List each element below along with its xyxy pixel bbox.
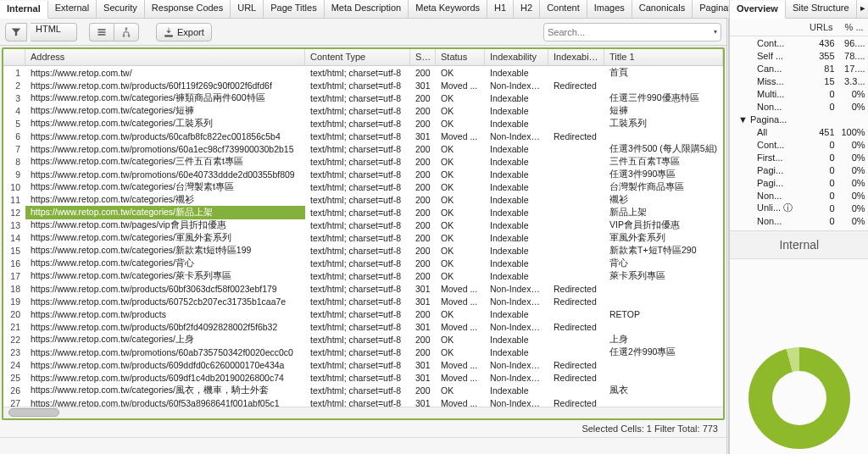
tab-url[interactable]: URL (231, 0, 264, 18)
tab-h2[interactable]: H2 (514, 0, 540, 18)
cell: OK (436, 346, 485, 358)
overview-row[interactable]: All451100% (733, 125, 865, 138)
table-row[interactable]: 16https://www.retop.com.tw/categories/背心… (3, 257, 723, 269)
right-tab-site-structure[interactable]: Site Structure (786, 0, 857, 18)
cell: 台灣製作商品專區 (604, 180, 723, 194)
table-row[interactable]: 23https://www.retop.com.tw/promotions/60… (3, 346, 723, 358)
table-row[interactable]: 1https://www.retop.com.tw/text/html; cha… (3, 66, 723, 79)
column-header[interactable]: St... (410, 49, 436, 65)
tab-content[interactable]: Content (540, 0, 587, 18)
table-row[interactable]: 27https://www.retop.com.tw/products/60f5… (3, 396, 723, 407)
tab-images[interactable]: Images (587, 0, 632, 18)
table-row[interactable]: 22https://www.retop.com.tw/categories/上身… (3, 333, 723, 346)
tab-meta-keywords[interactable]: Meta Keywords (409, 0, 487, 18)
overview-row[interactable]: Cont...00% (733, 138, 865, 151)
tab-canonicals[interactable]: Canonicals (632, 0, 693, 18)
cell (548, 224, 604, 226)
cell: text/html; charset=utf-8 (305, 80, 410, 91)
column-header[interactable]: Status (436, 49, 485, 65)
table-row[interactable]: 15https://www.retop.com.tw/categories/新款… (3, 244, 723, 257)
bottom-tabs-area (0, 437, 726, 454)
table-row[interactable]: 9https://www.retop.com.tw/promotions/60e… (3, 168, 723, 180)
filter-dropdown[interactable]: HTML ▾ (5, 23, 72, 42)
cell: https://www.retop.com.tw/categories/襯衫 (25, 193, 305, 207)
overview-row[interactable]: Non...00% (733, 214, 865, 227)
table-row[interactable]: 10https://www.retop.com.tw/categories/台灣… (3, 180, 723, 193)
search-input[interactable] (548, 27, 714, 37)
tabs-overflow-icon[interactable]: ▸ (857, 0, 868, 18)
table-row[interactable]: 24https://www.retop.com.tw/products/609d… (3, 358, 723, 371)
right-tab-overview[interactable]: Overview (730, 1, 786, 19)
tab-meta-description[interactable]: Meta Description (325, 0, 409, 18)
table-row[interactable]: 8https://www.retop.com.tw/categories/三件五… (3, 155, 723, 168)
filter-funnel-icon[interactable] (5, 23, 27, 42)
overview-row[interactable]: First...00% (733, 151, 865, 163)
overview-row[interactable]: Can...8117.... (733, 62, 865, 75)
overview-row[interactable]: Self ...35578.... (733, 49, 865, 62)
overview-row[interactable]: Multi...00% (733, 87, 865, 100)
cell: 16 (3, 257, 25, 269)
table-row[interactable]: 26https://www.retop.com.tw/categories/風衣… (3, 384, 723, 396)
table-row[interactable]: 11https://www.retop.com.tw/categories/襯衫… (3, 193, 723, 206)
cell: 背心 (604, 257, 723, 270)
column-header[interactable]: Title 1 (604, 49, 723, 65)
overview-row[interactable]: Non...00% (733, 189, 865, 202)
filter-select[interactable]: HTML (31, 23, 77, 42)
table-row[interactable]: 4https://www.retop.com.tw/categories/短褲t… (3, 104, 723, 117)
cell: 24 (3, 359, 25, 371)
table-row[interactable]: 20https://www.retop.com.tw/productstext/… (3, 307, 723, 320)
cell: text/html; charset=utf-8 (305, 270, 410, 282)
search-dropdown-icon[interactable]: ▾ (714, 28, 717, 36)
column-header[interactable] (3, 49, 25, 65)
table-row[interactable]: 6https://www.retop.com.tw/products/60caf… (3, 130, 723, 142)
cell: Moved ... (436, 397, 485, 407)
horizontal-scrollbar[interactable] (3, 407, 723, 418)
cell: 工裝系列 (604, 117, 723, 130)
table-row[interactable]: 19https://www.retop.com.tw/products/6075… (3, 295, 723, 307)
column-header[interactable]: Content Type (305, 49, 410, 65)
tab-external[interactable]: External (48, 0, 97, 18)
table-row[interactable]: 17https://www.retop.com.tw/categories/萊卡… (3, 269, 723, 282)
tab-page-titles[interactable]: Page Titles (264, 0, 324, 18)
column-header[interactable]: Indexability (485, 49, 548, 65)
table-row[interactable]: 7https://www.retop.com.tw/promotions/60a… (3, 142, 723, 155)
cell: text/html; charset=utf-8 (305, 397, 410, 407)
cell: 新品上架 (604, 206, 723, 219)
column-header[interactable]: Address (25, 49, 305, 65)
overview-row[interactable]: Miss...153.3... (733, 75, 865, 87)
overview-row[interactable]: Pagi...00% (733, 176, 865, 189)
cell: Indexable (485, 105, 548, 117)
search-box[interactable]: ▾ (543, 23, 721, 42)
table-row[interactable]: 18https://www.retop.com.tw/products/60bf… (3, 282, 723, 295)
list-view-button[interactable] (89, 23, 114, 42)
table-row[interactable]: 14https://www.retop.com.tw/categories/軍風… (3, 231, 723, 244)
cell: Indexable (485, 257, 548, 269)
table-row[interactable]: 21https://www.retop.com.tw/products/60bf… (3, 320, 723, 333)
table-row[interactable]: 13https://www.retop.com.tw/pages/vip會員折扣… (3, 219, 723, 231)
table-row[interactable]: 25https://www.retop.com.tw/products/609d… (3, 371, 723, 384)
cell: 12 (3, 207, 25, 219)
cell: 短褲 (604, 104, 723, 118)
cell: OK (436, 169, 485, 180)
overview-row[interactable]: Non...00% (733, 100, 865, 113)
tab-security[interactable]: Security (97, 0, 145, 18)
overview-group[interactable]: ▼ Pagina... (733, 113, 865, 125)
cell: text/html; charset=utf-8 (305, 372, 410, 384)
tab-internal[interactable]: Internal (0, 1, 48, 19)
export-button[interactable]: Export (156, 23, 212, 42)
overview-row[interactable]: Unli... ⓘ00% (733, 202, 865, 214)
tab-response-codes[interactable]: Response Codes (145, 0, 231, 18)
table-row[interactable]: 12https://www.retop.com.tw/categories/新品… (3, 206, 723, 219)
table-row[interactable]: 3https://www.retop.com.tw/categories/褲類商… (3, 91, 723, 104)
tab-h1[interactable]: H1 (487, 0, 514, 18)
table-row[interactable]: 2https://www.retop.com.tw/products/60f11… (3, 79, 723, 91)
overview-row[interactable]: Pagi...00% (733, 163, 865, 176)
cell: text/html; charset=utf-8 (305, 130, 410, 142)
table-row[interactable]: 5https://www.retop.com.tw/categories/工裝系… (3, 117, 723, 130)
column-header[interactable]: Indexabili... (548, 49, 604, 65)
tree-view-button[interactable] (114, 23, 139, 42)
cell: OK (436, 181, 485, 193)
cell: OK (436, 219, 485, 231)
cell (548, 352, 604, 353)
overview-row[interactable]: Cont...43696.... (733, 36, 865, 49)
